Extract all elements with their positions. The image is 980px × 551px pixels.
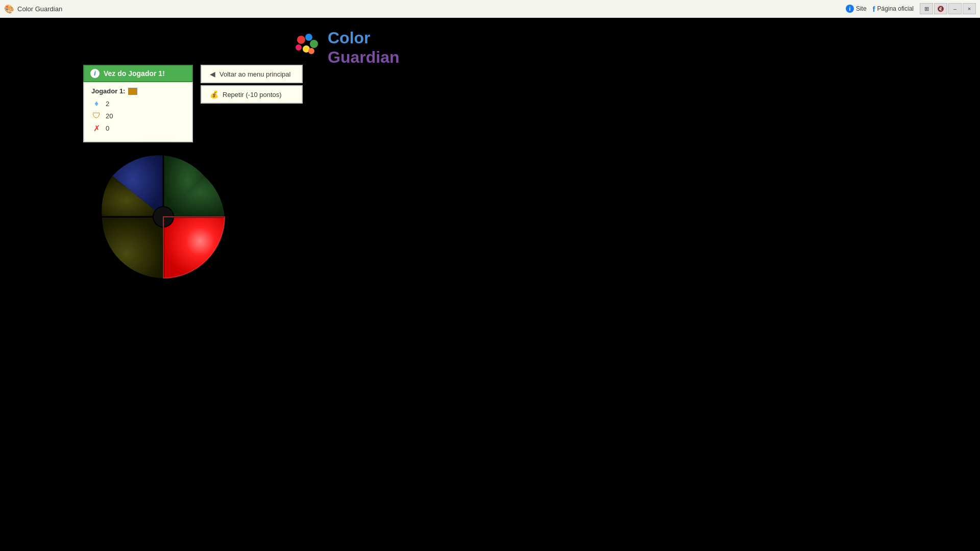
svg-point-5 [308, 48, 314, 54]
close-button[interactable]: × [963, 3, 976, 14]
minimize-button[interactable]: – [948, 3, 962, 14]
settings-button[interactable]: ⊞ [920, 3, 933, 14]
shield-value: 20 [106, 112, 113, 120]
app-logo [291, 30, 322, 66]
logo-svg [291, 30, 322, 60]
site-link[interactable]: i Site [846, 5, 867, 13]
pagina-link[interactable]: f Página oficial [873, 5, 914, 13]
tab-title: Color Guardian [17, 5, 62, 13]
app-title: Color Guardian [328, 28, 399, 67]
topbar-right: i Site f Página oficial ⊞ 🔇 – × [846, 3, 976, 14]
player-color-swatch [128, 88, 137, 95]
repeat-button[interactable]: 💰 Repetir (-10 pontos) [201, 85, 303, 104]
svg-point-1 [305, 34, 312, 41]
stat-shield-row: 🛡 20 [91, 111, 185, 120]
diamond-icon: ♦ [91, 99, 102, 108]
app-header: Color Guardian [291, 28, 399, 67]
info-icon: i [846, 5, 854, 13]
turn-label: Vez do Jogador 1! [104, 69, 165, 78]
player-name: Jogador 1: [91, 87, 125, 95]
main-area: Color Guardian i Vez do Jogador 1! Jogad… [0, 18, 980, 551]
player-name-row: Jogador 1: [91, 87, 185, 95]
game-panel: i Vez do Jogador 1! Jogador 1: ♦ 2 🛡 20 … [83, 65, 193, 142]
right-buttons: ◀ Voltar ao menu principal 💰 Repetir (-1… [201, 65, 303, 104]
cross-value: 0 [106, 124, 109, 132]
tab-favicon: 🎨 [4, 4, 14, 14]
color-wheel[interactable] [82, 135, 245, 298]
turn-banner: i Vez do Jogador 1! [83, 65, 193, 82]
mute-button[interactable]: 🔇 [934, 3, 947, 14]
site-label: Site [856, 5, 867, 12]
stat-diamond-row: ♦ 2 [91, 99, 185, 108]
shield-icon: 🛡 [91, 111, 102, 120]
turn-info-icon: i [90, 69, 100, 78]
coin-icon: 💰 [210, 90, 218, 98]
segment-red[interactable] [163, 217, 225, 278]
diamond-value: 2 [106, 100, 109, 108]
arrow-icon: ◀ [210, 70, 215, 78]
svg-point-4 [296, 44, 302, 51]
wheel-svg [82, 135, 245, 298]
stat-cross-row: ✗ 0 [91, 123, 185, 133]
back-label: Voltar ao menu principal [219, 70, 290, 78]
player-stats: Jogador 1: ♦ 2 🛡 20 ✗ 0 [83, 82, 193, 142]
topbar-left: 🎨 Color Guardian [4, 4, 62, 14]
topbar: 🎨 Color Guardian i Site f Página oficial… [0, 0, 980, 18]
title-line2: Guardian [328, 47, 399, 67]
pagina-label: Página oficial [877, 5, 914, 12]
title-line1: Color [328, 28, 399, 47]
facebook-icon: f [873, 5, 875, 13]
svg-point-0 [297, 36, 305, 44]
segment-olive2[interactable] [102, 217, 163, 278]
svg-point-2 [310, 40, 318, 48]
repeat-label: Repetir (-10 pontos) [223, 91, 282, 98]
back-to-menu-button[interactable]: ◀ Voltar ao menu principal [201, 65, 303, 83]
topbar-controls: ⊞ 🔇 – × [920, 3, 976, 14]
cross-icon: ✗ [91, 123, 102, 133]
